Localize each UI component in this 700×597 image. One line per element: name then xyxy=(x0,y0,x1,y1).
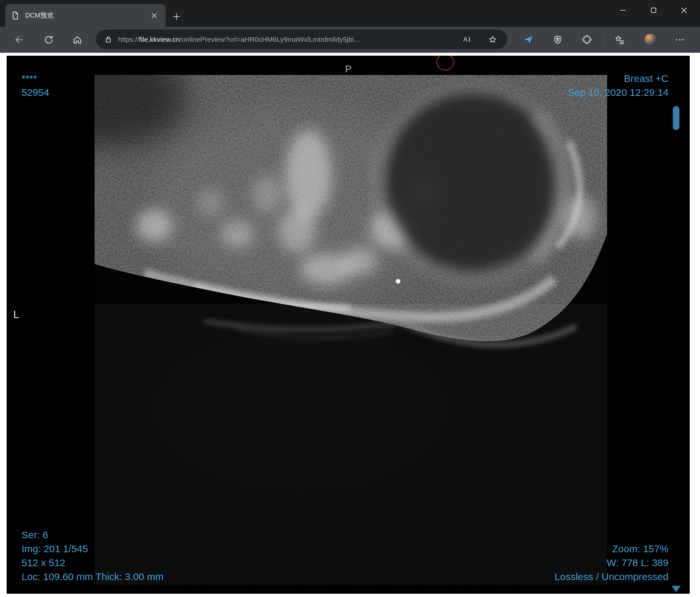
svg-text:A: A xyxy=(464,36,468,43)
address-bar[interactable]: https://file.kkview.cn/onlinePreview?url… xyxy=(96,29,507,49)
series-number: Ser: 6 xyxy=(22,528,164,542)
patient-name-masked: **** xyxy=(22,72,49,85)
close-window-button[interactable] xyxy=(669,0,699,21)
ellipsis-icon xyxy=(674,34,685,45)
tab-dcm-preview[interactable]: DCM预览 xyxy=(5,4,166,27)
read-aloud-icon: A xyxy=(462,35,471,44)
read-aloud-button[interactable]: A xyxy=(458,31,475,48)
image-number: Img: 201 1/545 xyxy=(22,542,164,556)
window-controls xyxy=(608,0,699,21)
svg-text:T: T xyxy=(556,37,559,43)
url-path: /onlinePreview?url=aHR0cHM6Ly9maWxlLmtrd… xyxy=(180,35,360,43)
patient-info-overlay: **** 52954 xyxy=(22,72,49,100)
back-arrow-icon xyxy=(14,35,24,45)
favorites-hub-icon xyxy=(615,34,625,45)
tab-strip: DCM预览 xyxy=(0,0,700,27)
series-scrollbar-thumb[interactable] xyxy=(673,106,679,130)
minimize-icon xyxy=(620,7,626,14)
url-text: https://file.kkview.cn/onlinePreview?url… xyxy=(118,35,501,44)
puzzle-icon xyxy=(581,34,592,45)
star-icon xyxy=(488,35,497,44)
study-info-overlay: Breast +C Sep 10, 2020 12:29:14 xyxy=(568,72,669,100)
navigation-bar: https://file.kkview.cn/onlinePreview?url… xyxy=(0,27,700,53)
back-button[interactable] xyxy=(10,31,28,48)
close-icon xyxy=(681,7,688,14)
tab-close-icon[interactable] xyxy=(148,9,160,22)
lock-icon[interactable] xyxy=(104,35,113,44)
extension-shield-button[interactable]: T xyxy=(549,31,566,48)
shield-icon: T xyxy=(552,34,563,45)
patient-id: 52954 xyxy=(22,85,49,100)
study-datetime: Sep 10, 2020 12:29:14 xyxy=(568,85,669,100)
extension-translate-button[interactable] xyxy=(520,31,537,48)
zoom-level: Zoom: 157% xyxy=(555,542,669,556)
browser-window: DCM预览 xyxy=(0,0,700,597)
orientation-marker-posterior: P xyxy=(345,63,352,75)
mri-scan-image xyxy=(95,75,607,585)
toolbar-divider xyxy=(603,33,603,46)
dicom-viewer[interactable]: **** 52954 Breast +C Sep 10, 2020 12:29:… xyxy=(7,56,690,594)
home-button[interactable] xyxy=(69,31,86,48)
maximize-button[interactable] xyxy=(638,0,669,21)
home-icon xyxy=(72,35,82,45)
profile-avatar[interactable] xyxy=(644,33,657,47)
compression-info: Lossless / Uncompressed xyxy=(555,570,669,584)
minimize-button[interactable] xyxy=(608,0,638,21)
matrix-size: 512 x 512 xyxy=(22,556,164,570)
browser-menu-button[interactable] xyxy=(671,31,689,48)
maximize-icon xyxy=(650,7,657,14)
study-description: Breast +C xyxy=(568,72,669,85)
new-tab-button[interactable] xyxy=(170,10,183,23)
favorites-hub-button[interactable] xyxy=(611,31,628,48)
url-domain: file.kkview.cn xyxy=(139,35,180,43)
annotation-circle xyxy=(436,56,454,71)
display-info-overlay: Zoom: 157% W: 778 L: 389 Lossless / Unco… xyxy=(555,542,669,584)
document-icon xyxy=(10,11,20,20)
plus-icon xyxy=(173,13,180,20)
series-info-overlay: Ser: 6 Img: 201 1/545 512 x 512 Loc: 109… xyxy=(22,528,164,584)
refresh-icon xyxy=(44,35,54,45)
add-favorite-button[interactable] xyxy=(484,31,501,48)
window-level: W: 778 L: 389 xyxy=(555,556,669,570)
paper-plane-icon xyxy=(523,34,534,45)
scroll-down-arrow-icon[interactable] xyxy=(672,586,681,592)
tab-title: DCM预览 xyxy=(25,11,148,20)
url-scheme: https:// xyxy=(118,35,139,43)
extensions-button[interactable] xyxy=(578,31,596,48)
refresh-button[interactable] xyxy=(40,31,57,48)
orientation-marker-left: L xyxy=(13,308,19,320)
slice-location: Loc: 109.60 mm Thick: 3.00 mm xyxy=(22,570,164,584)
